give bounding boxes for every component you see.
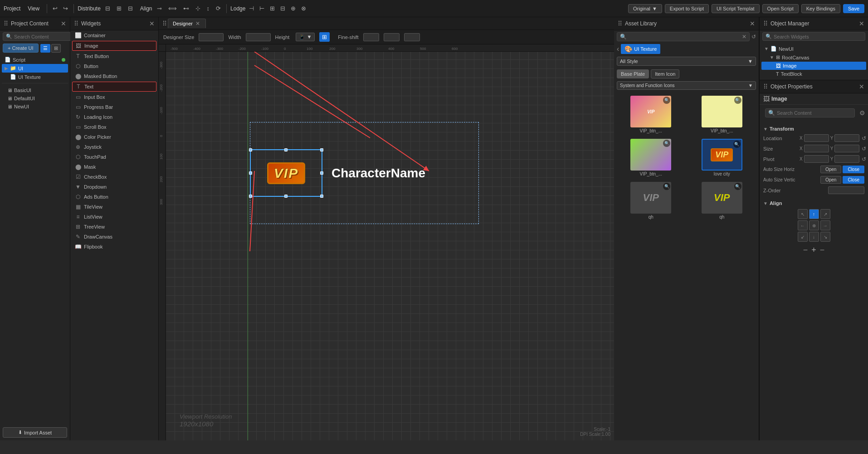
asset-panel-close[interactable]: ✕ [750,20,755,27]
grid-view-btn[interactable]: ⊞ [51,44,61,53]
screen-select[interactable]: 📱 ▼ [296,33,315,41]
asset-tab-ui-texture[interactable]: 🎨 UI Texture [621,44,660,54]
om-panel-close[interactable]: ✕ [859,20,864,27]
om-textblock[interactable]: T TextBlock [761,70,866,78]
align-tr-btn[interactable]: ↗ [820,209,830,219]
lodge-btn-4[interactable]: ⊟ [278,4,287,13]
width-input[interactable]: 1920 [199,33,224,41]
handle-tl[interactable] [249,148,252,151]
handle-bl[interactable] [249,195,252,198]
canvas-area[interactable]: VIP CharacterName Viewport Resolution 19… [166,52,614,440]
align-btn-4[interactable]: ⊹ [194,4,202,13]
designer-tab[interactable]: Designer ✕ [168,19,206,28]
asset-item-3[interactable]: VIP 🔍 love city [688,137,756,178]
props-search-input[interactable] [777,110,852,116]
widget-joystick[interactable]: ⊕ Joystick [70,142,158,152]
align-tl-btn[interactable]: ↖ [798,209,808,219]
project-menu[interactable]: Project [4,5,20,12]
item-icon-btn[interactable]: Item Icon [651,69,679,78]
key-bindings-btn[interactable]: Key Bindings [801,4,840,13]
height-input[interactable]: 1080 [246,33,271,41]
asset-item-4[interactable]: VIP 🔍 qh [617,181,685,221]
auto-v-close-btn[interactable]: Close [843,176,864,184]
dist-btn-3[interactable]: ⊟ [126,4,135,13]
widget-scrollbox[interactable]: ▭ Scroll Box [70,122,158,132]
redo-btn[interactable]: ↪ [61,4,70,13]
widget-image[interactable]: 🖼 Image [72,41,156,51]
align-btn-2[interactable]: ⟺ [166,4,179,13]
grid-toggle-btn[interactable]: ⊞ [319,32,330,42]
om-image[interactable]: 🖼 Image [761,62,866,70]
pivot-x-input[interactable]: 0.00 [804,155,829,163]
asset-item-0[interactable]: VIP 🔍 VIP_btn_... [617,94,685,135]
align-btn-5[interactable]: ↕ [205,4,212,13]
export-to-script-btn[interactable]: Export to Script [665,4,709,13]
widget-mask[interactable]: ⬤ Mask [70,162,158,172]
widget-loadingicon[interactable]: ↻ Loading Icon [70,112,158,122]
widget-dropdown[interactable]: ▼ Dropdown [70,182,158,192]
asset-item-2[interactable]: 🔍 VIP_btn_... [617,137,685,178]
scale-plus-btn[interactable]: + [811,245,816,255]
base-plate-btn[interactable]: Base Plate [617,69,649,78]
dist-btn-2[interactable]: ⊞ [115,4,123,13]
align-ml-btn[interactable]: ← [798,220,808,230]
list-view-btn[interactable]: ☰ [40,44,50,53]
widget-button[interactable]: ⬡ Button [70,61,158,71]
location-x-input[interactable]: 0.00 [804,134,829,142]
new-ui-item[interactable]: 🖥 NewUI [5,103,65,111]
fine-shift-1[interactable]: 4 [363,33,379,41]
system-icons-dropdown[interactable]: System and Function Icons ▼ [617,81,756,90]
widget-checkbox[interactable]: ☑ CheckBox [70,172,158,182]
basic-ui-item[interactable]: 🖥 BasicUI [5,86,65,94]
widget-textbutton[interactable]: T Text Button [70,51,158,61]
size-y-input[interactable]: 100.00 [834,145,859,152]
all-style-dropdown[interactable]: All Style ▼ [617,57,756,66]
z-order-input[interactable]: 0 [828,186,864,194]
handle-ml[interactable] [249,171,252,175]
create-ui-btn[interactable]: + Create UI [3,44,39,53]
designer-tab-close[interactable]: ✕ [195,20,201,27]
lodge-btn-1[interactable]: ⊣ [247,4,256,13]
pivot-reset-btn[interactable]: ↺ [861,156,867,162]
auto-h-open-btn[interactable]: Open [820,166,841,173]
widget-treeview[interactable]: ⊞ TreeView [70,222,158,232]
scale-minus2-btn[interactable]: − [820,245,825,255]
handle-mr[interactable] [320,171,323,175]
widget-masked-button[interactable]: ⬤ Masked Button [70,71,158,81]
script-item[interactable]: 📄 Script [2,55,68,64]
widget-inputbox[interactable]: ▭ Input Box [70,92,158,102]
open-script-btn[interactable]: Open Script [762,4,799,13]
undo-btn[interactable]: ↩ [51,4,59,13]
size-x-input[interactable]: 200.00 [804,145,829,152]
asset-collapse-btn[interactable]: ‹ [617,45,619,53]
widgets-panel-close[interactable]: ✕ [149,20,155,27]
lodge-btn-3[interactable]: ⊞ [268,4,277,13]
lodge-btn-2[interactable]: ⊢ [258,4,266,13]
om-search-input[interactable] [774,34,862,39]
ui-texture-item[interactable]: 📄 UI Texture [2,73,68,81]
transform-section-title[interactable]: ▼ Transform [763,125,864,133]
handle-tm[interactable] [284,148,288,151]
align-bl-btn[interactable]: ↙ [798,232,808,242]
handle-bm[interactable] [284,195,288,198]
asset-item-5[interactable]: VIP 🔍 qh [688,181,756,221]
widget-container[interactable]: ⬜ Container [70,30,158,40]
widget-listview[interactable]: ≡ ListView [70,212,158,222]
asset-refresh-btn[interactable]: ↺ [751,34,756,40]
location-y-input[interactable]: 99.84 [834,134,859,142]
widget-progressbar[interactable]: ▭ Progress Bar [70,102,158,112]
widget-flipbook[interactable]: 📖 Flipbook [70,242,158,252]
fine-shift-2[interactable]: 16 [384,33,400,41]
handle-tr[interactable] [320,148,323,151]
ui-script-template-btn[interactable]: UI Script Templat [712,4,760,13]
dist-btn-1[interactable]: ⊟ [103,4,112,13]
import-asset-btn[interactable]: ⬇ Import Asset [3,427,67,438]
widget-adsbutton[interactable]: ⬡ Ads Button [70,192,158,202]
align-section-title[interactable]: ▼ Align [763,199,864,207]
asset-search-input[interactable]: vip [629,34,740,39]
align-btn-6[interactable]: ⟳ [214,4,223,13]
pivot-y-input[interactable]: 0.00 [834,155,859,163]
widget-touchpad[interactable]: ⬡ TouchPad [70,152,158,162]
align-mr-btn[interactable]: → [820,220,830,230]
project-panel-close[interactable]: ✕ [61,20,66,27]
